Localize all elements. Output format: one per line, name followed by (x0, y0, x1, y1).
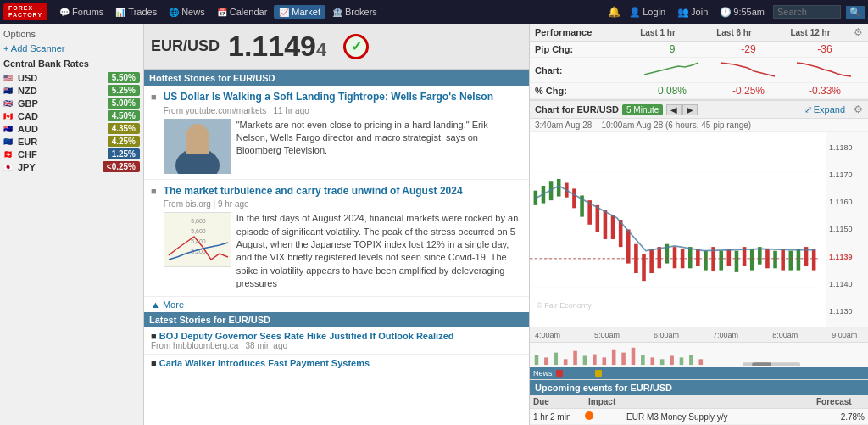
perf-gear-icon[interactable]: ⚙ (854, 26, 863, 38)
logo[interactable]: FOREX FACTORY (3, 3, 47, 21)
login-button[interactable]: 👤 Login (626, 6, 669, 19)
svg-rect-47 (789, 251, 793, 271)
chart-header: Chart for EUR/USD 5 Minute ◀ ▶ ⤢ Expand … (530, 100, 868, 119)
cbr-title: Central Bank Rates (3, 59, 140, 69)
chart-gear-icon[interactable]: ⚙ (854, 103, 863, 115)
add-scanner-button[interactable]: + Add Scanner (3, 43, 140, 53)
rate-jpy: <0.25% (103, 161, 140, 172)
price-label-1: 1.1180 (829, 143, 865, 152)
svg-rect-57 (573, 351, 577, 365)
story-title-1[interactable]: US Dollar Is Walking a Soft Landing Tigh… (164, 91, 522, 104)
news-icon: 🌐 (169, 8, 179, 17)
story-text-1: "Markets are not even close to pricing i… (236, 119, 522, 174)
join-button[interactable]: 👥 Join (674, 6, 711, 19)
svg-rect-32 (673, 247, 677, 268)
rate-eur: 4.25% (108, 136, 140, 147)
story-content-2: The market turbulence and carry trade un… (164, 185, 522, 291)
chart-label: Chart: (535, 65, 594, 75)
search-input[interactable] (773, 5, 841, 19)
chart-title: Chart for EUR/USD (535, 104, 619, 115)
chart-prev-btn[interactable]: ◀ (666, 104, 682, 115)
rate-usd: 5.50% (108, 72, 140, 83)
story-icon-1: ■ (151, 92, 157, 174)
story-image-2: 5,800 5,600 5,400 5,200 (164, 212, 231, 267)
svg-rect-28 (642, 254, 646, 281)
svg-rect-17 (557, 179, 561, 197)
flag-aud: 🇦🇺 (3, 125, 15, 132)
svg-rect-38 (719, 251, 723, 271)
sidebar-options-label: Options (3, 27, 140, 41)
volume-area (530, 342, 868, 367)
story-title-2[interactable]: The market turbulence and carry trade un… (164, 185, 522, 199)
latest-story-link-2[interactable]: Carla Walker Introduces Fast Payment Sys… (159, 358, 370, 368)
news-dot-yellow (595, 370, 602, 377)
perf-row-pct: % Chg: 0.08% -0.25% -0.33% (530, 83, 868, 99)
svg-rect-19 (572, 188, 576, 208)
pct-val1: 0.08% (634, 85, 710, 97)
svg-rect-35 (696, 249, 700, 266)
cbr-row-cad: 🇨🇦 CAD 4.50% (3, 109, 140, 122)
svg-rect-29 (649, 249, 654, 273)
perf-row-chart: Chart: (530, 58, 868, 83)
perf-title: Performance (535, 27, 592, 37)
perf-col2: Last 6 hr (696, 28, 772, 37)
nav-market[interactable]: 📈 Market (274, 5, 326, 19)
svg-rect-34 (688, 247, 693, 268)
logo-line1: FOREX (8, 5, 42, 12)
calendar-icon: 📅 (217, 8, 227, 17)
time-axis: 4:00am 5:00am 6:00am 7:00am 8:00am 9:00a… (530, 327, 868, 342)
top-nav: FOREX FACTORY 💬 Forums 📊 Trades 🌐 News 📅… (0, 0, 868, 24)
svg-text:5,600: 5,600 (191, 228, 206, 234)
performance-section: Performance Last 1 hr Last 6 hr Last 12 … (530, 24, 868, 100)
nav-trades[interactable]: 📊 Trades (110, 5, 162, 19)
expand-icon: ⤢ (804, 104, 812, 115)
pct-val2: -0.25% (710, 85, 787, 97)
col-forecast: Forecast (813, 395, 868, 408)
svg-rect-56 (564, 359, 568, 365)
chart-next-btn[interactable]: ▶ (682, 104, 698, 115)
search-button[interactable]: 🔍 (846, 6, 865, 19)
price-label-3: 1.1160 (829, 198, 865, 206)
svg-rect-40 (735, 251, 739, 272)
latest-story-link-1[interactable]: BOJ Deputy Governor Sees Rate Hike Justi… (159, 331, 454, 341)
chart-subtitle: 3:40am Aug 28 – 10:00am Aug 28 (6 hours,… (530, 119, 868, 132)
price-main: 1.1149 (228, 30, 316, 63)
svg-rect-69 (689, 355, 693, 366)
events-header: Upcoming events for EUR/USD (530, 380, 868, 395)
nav-brokers[interactable]: 🏦 Brokers (327, 5, 382, 19)
mini-chart-3 (787, 59, 863, 81)
event-forecast-1: 2.78% (817, 411, 868, 422)
col-event (632, 395, 813, 408)
nav-news[interactable]: 🌐 News (164, 5, 210, 19)
story-meta-1: From youtube.com/markets | 11 hr ago (164, 106, 522, 115)
flag-chf: 🇨🇭 (3, 150, 15, 158)
perf-col3: Last 12 hr (772, 28, 849, 37)
flag-eur: 🇪🇺 (3, 137, 15, 145)
svg-text:5,800: 5,800 (191, 218, 206, 224)
svg-rect-45 (773, 251, 777, 269)
check-indicator: ✓ (343, 34, 369, 59)
price-label-5: 1.1140 (829, 280, 865, 288)
pair-label: EUR/USD (151, 37, 220, 55)
price-suffix: 4 (316, 39, 326, 61)
svg-rect-61 (612, 350, 616, 365)
checkmark-icon: ✓ (351, 38, 362, 54)
svg-point-73 (585, 411, 593, 420)
time-4: 7:00am (713, 331, 738, 339)
latest-header: Latest Stories for EUR/USD (144, 312, 529, 327)
nav-calendar[interactable]: 📅 Calendar (212, 5, 273, 19)
more-link[interactable]: ▲ More (144, 297, 529, 312)
rate-aud: 4.35% (108, 123, 140, 134)
trades-icon: 📊 (115, 8, 125, 17)
event-row-1: 1 hr 2 min EUR M3 Money Supply y/y 2.78% (530, 409, 868, 425)
expand-button[interactable]: ⤢ Expand (804, 104, 845, 115)
notification-bell[interactable]: 🔔 (608, 6, 620, 18)
nav-forums[interactable]: 💬 Forums (54, 5, 108, 19)
cbr-row-usd: 🇺🇸 USD 5.50% (3, 71, 140, 84)
flag-nzd: 🇳🇿 (3, 87, 15, 94)
pct-val3: -0.33% (787, 85, 863, 97)
story-text-2: In the first days of August 2024, financ… (236, 212, 522, 290)
time-1: 4:00am (535, 331, 560, 339)
time-2: 5:00am (594, 331, 620, 339)
news-bar: News (530, 367, 868, 379)
